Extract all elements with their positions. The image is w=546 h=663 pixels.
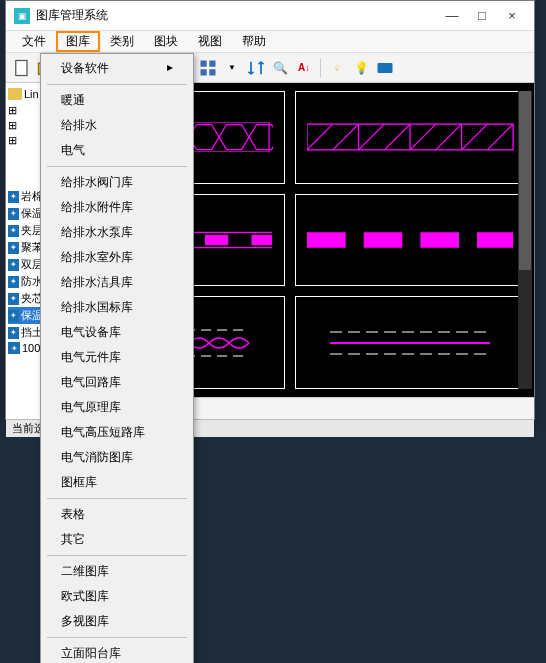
dropdown-item[interactable]: 给排水附件库 — [43, 195, 191, 220]
svg-rect-31 — [252, 235, 273, 245]
dropdown-separator — [47, 84, 187, 85]
dropdown-item[interactable]: 表格 — [43, 502, 191, 527]
dropdown-item[interactable]: 给排水洁具库 — [43, 270, 191, 295]
help-icon[interactable]: ♀ — [327, 58, 347, 78]
window-title: 图库管理系统 — [36, 7, 438, 24]
tag-icon: ✦ — [8, 310, 19, 322]
vertical-scrollbar[interactable] — [518, 91, 532, 389]
chevron-right-icon: ▸ — [167, 60, 173, 74]
tree-item[interactable]: ✦双层 — [8, 256, 43, 273]
grid-icon[interactable] — [198, 58, 218, 78]
svg-line-16 — [359, 124, 385, 150]
titlebar: ▣ 图库管理系统 — □ × — [6, 1, 534, 31]
minimize-button[interactable]: — — [438, 6, 466, 26]
tag-icon: ✦ — [8, 276, 19, 288]
tree-item[interactable]: ✦夹层 — [8, 222, 43, 239]
menu-view[interactable]: 视图 — [188, 31, 232, 52]
dropdown-item[interactable]: 电气消防图库 — [43, 445, 191, 470]
pattern-cell[interactable] — [295, 91, 526, 184]
svg-line-21 — [488, 124, 514, 150]
svg-rect-0 — [16, 60, 27, 75]
pattern-cell[interactable] — [295, 194, 526, 287]
dropdown-item[interactable]: 电气元件库 — [43, 345, 191, 370]
scrollbar-thumb[interactable] — [519, 91, 531, 270]
tree-plus[interactable]: ⊞ — [8, 118, 43, 133]
svg-rect-34 — [421, 232, 460, 247]
tree-item[interactable]: ✦保温 — [8, 307, 43, 324]
svg-rect-11 — [378, 63, 393, 73]
bulb-icon[interactable]: 💡 — [351, 58, 371, 78]
svg-rect-10 — [209, 69, 215, 75]
dropdown-item[interactable]: 其它 — [43, 527, 191, 552]
tag-icon: ✦ — [8, 191, 19, 203]
dropdown-item[interactable]: 设备软件▸ — [43, 56, 191, 81]
menu-block[interactable]: 图块 — [144, 31, 188, 52]
tag-icon: ✦ — [8, 293, 19, 305]
dropdown-item[interactable]: 给排水 — [43, 113, 191, 138]
dropdown-item[interactable]: 电气回路库 — [43, 370, 191, 395]
dropdown-separator — [47, 498, 187, 499]
tree-item[interactable]: ✦聚苯 — [8, 239, 43, 256]
tree-label: 100 — [22, 342, 40, 354]
close-button[interactable]: × — [498, 6, 526, 26]
tree-item[interactable]: ✦挡土 — [8, 324, 43, 341]
tag-icon: ✦ — [8, 327, 19, 339]
svg-line-17 — [385, 124, 411, 150]
svg-line-20 — [462, 124, 488, 150]
menubar: 文件 图库 类别 图块 视图 帮助 — [6, 31, 534, 53]
menu-help[interactable]: 帮助 — [232, 31, 276, 52]
app-icon: ▣ — [14, 8, 30, 24]
dropdown-item[interactable]: 电气原理库 — [43, 395, 191, 420]
svg-rect-7 — [201, 60, 207, 66]
library-dropdown: 设备软件▸暖通给排水电气给排水阀门库给排水附件库给排水水泵库给排水室外库给排水洁… — [40, 53, 194, 663]
dropdown-separator — [47, 637, 187, 638]
svg-rect-33 — [364, 232, 403, 247]
tree-plus[interactable]: ⊞ — [8, 133, 43, 148]
svg-rect-35 — [477, 232, 513, 247]
dropdown-item[interactable]: 电气高压短路库 — [43, 420, 191, 445]
pattern-cell[interactable] — [295, 296, 526, 389]
tree-plus[interactable]: ⊞ — [8, 103, 43, 118]
maximize-button[interactable]: □ — [468, 6, 496, 26]
dropdown-item[interactable]: 给排水室外库 — [43, 245, 191, 270]
tag-icon: ✦ — [8, 242, 19, 254]
folder-icon — [8, 88, 22, 100]
dropdown-item[interactable]: 电气 — [43, 138, 191, 163]
menu-file[interactable]: 文件 — [12, 31, 56, 52]
new-icon[interactable] — [12, 58, 32, 78]
dropdown-item[interactable]: 电气设备库 — [43, 320, 191, 345]
tree-item[interactable]: ✦夹芯 — [8, 290, 43, 307]
dropdown-item[interactable]: 二维图库 — [43, 559, 191, 584]
az-sort-icon[interactable]: A↓ — [294, 58, 314, 78]
tree-root-label: Lin — [24, 88, 39, 100]
dropdown-item[interactable]: 立面阳台库 — [43, 641, 191, 663]
tree-item[interactable]: ✦保温 — [8, 205, 43, 222]
dropdown-separator — [47, 555, 187, 556]
dropdown-item[interactable]: 暖通 — [43, 88, 191, 113]
tag-icon: ✦ — [8, 342, 20, 354]
svg-line-15 — [333, 124, 359, 150]
find-icon[interactable]: 🔍 — [270, 58, 290, 78]
sort-icon[interactable] — [246, 58, 266, 78]
dropdown-item[interactable]: 欧式图库 — [43, 584, 191, 609]
tree-item[interactable]: ✦100 — [8, 341, 43, 355]
svg-line-19 — [436, 124, 462, 150]
menu-category[interactable]: 类别 — [100, 31, 144, 52]
svg-rect-32 — [307, 232, 346, 247]
tree-item[interactable]: ✦防水 — [8, 273, 43, 290]
tag-icon[interactable] — [375, 58, 395, 78]
dropdown-item[interactable]: 给排水国标库 — [43, 295, 191, 320]
dropdown-item[interactable]: 多视图库 — [43, 609, 191, 634]
tag-icon: ✦ — [8, 259, 19, 271]
svg-rect-8 — [209, 60, 215, 66]
dropdown-item[interactable]: 给排水水泵库 — [43, 220, 191, 245]
chevron-down-icon[interactable]: ▼ — [222, 58, 242, 78]
tree-item[interactable]: ✦岩棉 — [8, 188, 43, 205]
tag-icon: ✦ — [8, 208, 19, 220]
svg-rect-30 — [206, 235, 229, 245]
dropdown-separator — [47, 166, 187, 167]
dropdown-item[interactable]: 给排水阀门库 — [43, 170, 191, 195]
menu-library[interactable]: 图库 — [56, 31, 100, 52]
tree-root[interactable]: Lin — [8, 87, 43, 101]
dropdown-item[interactable]: 图框库 — [43, 470, 191, 495]
